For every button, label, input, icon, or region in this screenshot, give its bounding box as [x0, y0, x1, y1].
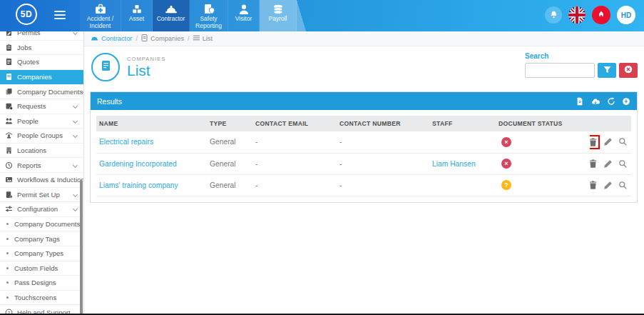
- add-circle-icon[interactable]: [622, 97, 630, 106]
- document-status-badge: [501, 137, 511, 147]
- results-header: Results: [91, 92, 637, 110]
- search-group: Search: [525, 52, 638, 78]
- companies-icon: [100, 59, 112, 75]
- chevron-down-icon: [73, 133, 78, 138]
- module-tab-label: Visitor: [235, 16, 252, 23]
- language-flag-icon[interactable]: [568, 6, 586, 24]
- sidebar-item-locations[interactable]: Locations: [0, 144, 83, 159]
- module-tab-label: Safety Reporting: [190, 16, 228, 30]
- configuration-sliders-icon: [5, 205, 14, 213]
- view-button[interactable]: [618, 136, 628, 147]
- sidebar-item-permit-set-up[interactable]: Permit Set Up: [0, 188, 83, 203]
- alarm-flame-icon[interactable]: [592, 6, 610, 24]
- app-logo: 5D: [16, 4, 37, 25]
- company-name-link[interactable]: Gardening Incorporated: [99, 160, 177, 168]
- edit-button[interactable]: [603, 180, 613, 191]
- breadcrumb-list[interactable]: List: [193, 35, 213, 42]
- sidebar-item-requests[interactable]: Requests: [0, 99, 83, 114]
- chevron-down-icon: [73, 192, 78, 197]
- visitor-person-icon: [237, 3, 250, 16]
- company-doc-icon: [5, 73, 14, 81]
- module-tab-accident-incident[interactable]: Accident / Incident: [80, 0, 121, 31]
- module-tab-visitor[interactable]: Visitor: [228, 0, 260, 31]
- navbar-right-controls: HD: [545, 6, 635, 24]
- breadcrumb-contractor[interactable]: Contractor: [91, 35, 132, 43]
- delete-button[interactable]: [590, 158, 598, 169]
- sidebar-item-people-groups[interactable]: People Groups: [0, 129, 83, 144]
- sidebar-item-workflows-inductions[interactable]: Workflows & Inductions: [0, 173, 83, 188]
- edit-button[interactable]: [603, 159, 613, 169]
- sidebar-item-companies[interactable]: Companies: [0, 70, 83, 85]
- module-tab-contractor[interactable]: Contractor: [153, 0, 190, 31]
- results-card: Results NAME TY: [90, 91, 638, 203]
- menu-toggle-icon[interactable]: [54, 11, 66, 21]
- sidebar-subitem-custom-fields[interactable]: Custom Fields: [0, 261, 83, 276]
- type-cell: General: [207, 174, 252, 196]
- type-cell: General: [207, 131, 252, 153]
- module-tab-safety-reporting[interactable]: Safety Reporting: [190, 0, 228, 31]
- sidebar-item-label: Quotes: [17, 58, 39, 66]
- breadcrumb-link: List: [203, 35, 213, 42]
- sidebar-subitem-touchscreens[interactable]: Touchscreens: [0, 291, 83, 306]
- search-label: Search: [525, 52, 638, 60]
- col-header-document-status: DOCUMENT STATUS: [496, 116, 590, 131]
- module-tab-payroll[interactable]: Payroll: [260, 0, 297, 31]
- view-button[interactable]: [618, 180, 628, 191]
- user-avatar[interactable]: HD: [617, 6, 635, 24]
- sidebar-item-label: Workflows & Inductions: [17, 176, 84, 184]
- company-doc-icon: [141, 34, 148, 43]
- permit-setup-icon: [5, 191, 14, 199]
- col-header-name: NAME: [96, 116, 207, 131]
- module-tab-label: Payroll: [269, 16, 287, 23]
- sidebar-subitem-pass-designs[interactable]: Pass Designs: [0, 276, 83, 291]
- filter-button[interactable]: [598, 63, 616, 78]
- sidebar-item-label: Company Types: [14, 249, 63, 257]
- hard-hat-icon: [163, 3, 179, 16]
- staff-link[interactable]: Liam Hansen: [432, 160, 476, 168]
- clear-search-button[interactable]: [619, 63, 638, 78]
- sidebar-item-company-documents[interactable]: Company Documents: [0, 84, 83, 99]
- sidebar-item-configuration[interactable]: Configuration: [0, 202, 83, 217]
- export-file-icon[interactable]: [576, 97, 584, 106]
- breadcrumb: Contractor / Companies / List: [84, 31, 644, 46]
- tab-fold-decoration: [297, 0, 306, 31]
- module-tab-label: Contractor: [157, 16, 185, 23]
- breadcrumb-companies[interactable]: Companies: [141, 34, 184, 43]
- sidebar-item-label: Company Documents: [17, 88, 83, 96]
- edit-button[interactable]: [603, 136, 613, 147]
- sidebar-item-label: Permit Set Up: [17, 191, 60, 199]
- sidebar-item-label: Configuration: [17, 205, 58, 213]
- sidebar-item-quotes[interactable]: Quotes: [0, 55, 83, 70]
- results-body: NAME TYPE CONTACT EMAIL CONTACT NUMBER S…: [91, 110, 637, 202]
- sidebar-subitem-company-documents[interactable]: Company Documents: [0, 217, 83, 232]
- sidebar-subitem-company-types[interactable]: Company Types: [0, 246, 83, 261]
- results-title: Results: [97, 97, 122, 106]
- cloud-download-icon[interactable]: [591, 97, 600, 106]
- table-row: Electrical repairs General - -: [96, 131, 631, 153]
- reports-clock-icon: [5, 161, 14, 169]
- search-input[interactable]: [525, 63, 595, 78]
- top-navbar: 5D Accident / Incident Asset Contractor …: [0, 0, 644, 31]
- sidebar-item-label: Company Tags: [14, 235, 60, 243]
- delete-button[interactable]: [590, 136, 598, 148]
- companies-table: NAME TYPE CONTACT EMAIL CONTACT NUMBER S…: [96, 116, 631, 196]
- clipboard-icon: [5, 44, 14, 51]
- table-row: Liams' training company General - -: [96, 174, 631, 196]
- sidebar-item-label: People: [17, 117, 39, 125]
- sidebar-item-people[interactable]: People: [0, 114, 83, 129]
- sidebar-subitem-company-tags[interactable]: Company Tags: [0, 231, 83, 246]
- request-box-icon: [5, 102, 14, 110]
- view-button[interactable]: [618, 159, 628, 169]
- bullet-dot-icon: [6, 296, 9, 299]
- notifications-bell-icon[interactable]: [545, 6, 562, 24]
- company-name-link[interactable]: Liams' training company: [99, 181, 178, 189]
- sidebar-scrollbar[interactable]: [80, 180, 83, 315]
- chevron-down-icon: [73, 104, 78, 109]
- module-tab-asset[interactable]: Asset: [121, 0, 153, 31]
- sidebar-item-jobs[interactable]: Jobs: [0, 41, 83, 56]
- page-header: COMPANIES List Search: [84, 46, 644, 91]
- delete-button[interactable]: [590, 179, 598, 191]
- sidebar-item-reports[interactable]: Reports: [0, 158, 83, 173]
- refresh-icon[interactable]: [607, 97, 615, 106]
- company-name-link[interactable]: Electrical repairs: [99, 138, 153, 146]
